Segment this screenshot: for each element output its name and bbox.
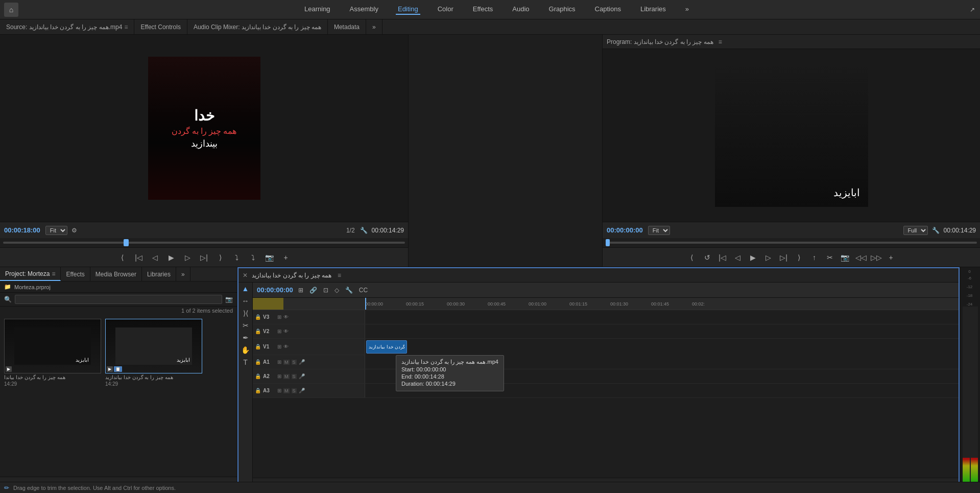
media-thumb-1[interactable]: ابایزید ▶ (4, 319, 101, 373)
program-step-fwd[interactable]: ▷| (779, 253, 789, 262)
source-mark-out[interactable]: ⟩ (216, 253, 226, 262)
export-icon[interactable]: ↗ (969, 6, 976, 13)
source-insert[interactable]: ⤵ (232, 253, 242, 262)
menu-audio[interactable]: Audio (510, 4, 531, 15)
program-extract[interactable]: ✂ (825, 253, 835, 262)
source-settings-icon[interactable]: ⚙ (70, 227, 78, 234)
track-a1-settings[interactable]: ⊞ (277, 359, 281, 365)
program-prev-frame[interactable]: ◁ (733, 253, 743, 262)
program-scrubber-head[interactable] (606, 239, 610, 246)
source-current-time[interactable]: 00:00:18:00 (4, 226, 40, 234)
timeline-linked[interactable]: 🔗 (308, 287, 318, 294)
source-tabs-more[interactable]: » (366, 19, 383, 34)
menu-graphics[interactable]: Graphics (547, 4, 578, 15)
timeline-current-time[interactable]: 00:00:00:00 (257, 286, 293, 294)
home-icon[interactable]: ⌂ (4, 3, 18, 17)
track-v2-eye[interactable]: 👁 (283, 328, 289, 334)
source-overwrite[interactable]: ⤵ (248, 253, 258, 262)
list-item[interactable]: ابایزید ▶ همه چیز را به گردن خدا بیاندا … (4, 319, 101, 473)
program-monitor-menu[interactable]: ≡ (719, 38, 722, 45)
source-tab-menu[interactable]: ≡ (124, 24, 128, 31)
program-add[interactable]: + (886, 253, 896, 262)
track-v1-content[interactable]: همه همه چیز را به گردن خدا بیاندازید.mp4… (365, 339, 959, 355)
metadata-tab[interactable]: Metadata (328, 19, 366, 34)
source-wrench-icon[interactable]: 🔧 (359, 227, 369, 234)
track-v2-settings[interactable]: ⊞ (277, 328, 281, 334)
program-wrench-icon[interactable]: 🔧 (931, 227, 941, 234)
source-mark-in[interactable]: ⟨ (117, 253, 128, 262)
timeline-markers[interactable]: ⊡ (322, 287, 329, 294)
timeline-snap[interactable]: ⊞ (297, 287, 304, 294)
timeline-marker-add[interactable]: ◇ (333, 287, 340, 294)
timeline-captions[interactable]: CC (358, 287, 369, 294)
menu-editing[interactable]: Editing (396, 4, 420, 15)
source-add[interactable]: + (281, 253, 291, 262)
audio-clip-mixer-tab[interactable]: Audio Clip Mixer: همه چیز را به گردن خدا… (187, 19, 328, 34)
tool-pen[interactable]: ✒ (241, 334, 251, 342)
timeline-menu-icon[interactable]: ≡ (338, 272, 341, 279)
program-camera[interactable]: 📷 (840, 253, 850, 262)
source-scrubber[interactable] (0, 238, 408, 247)
tool-text[interactable]: T (241, 358, 251, 366)
program-loop[interactable]: ↺ (702, 253, 712, 262)
program-video-area[interactable]: ابایزید (603, 49, 980, 222)
track-v3-lock[interactable]: 🔒 (255, 314, 261, 320)
effect-controls-tab[interactable]: Effect Controls (134, 19, 187, 34)
program-trim-fwd[interactable]: ▷▷ (871, 253, 881, 262)
source-step-back[interactable]: |◁ (134, 253, 144, 262)
source-prev-frame[interactable]: ◁ (150, 253, 160, 262)
menu-color[interactable]: Color (436, 4, 456, 15)
track-v3-eye[interactable]: 👁 (283, 314, 289, 320)
project-panel-menu-icon[interactable]: ≡ (52, 270, 55, 277)
track-a3-mic[interactable]: 🎤 (299, 388, 305, 393)
source-next-frame[interactable]: ▷ (183, 253, 193, 262)
media-thumb-2[interactable]: ابایزید ▶ 📋 (105, 319, 202, 373)
source-tab[interactable]: Source: همه چیز را به گردن خدا بیاندازید… (0, 19, 134, 34)
program-next-frame[interactable]: ▷ (763, 253, 774, 262)
program-step-back[interactable]: |◁ (718, 253, 728, 262)
track-a2-mic[interactable]: 🎤 (299, 373, 305, 379)
track-v1-eye[interactable]: 👁 (283, 344, 289, 349)
list-item[interactable]: ابایزید ▶ 📋 همه چیز را به گردن خدا بیاند… (105, 319, 202, 473)
timeline-settings[interactable]: 🔧 (344, 287, 354, 294)
track-a2-m[interactable]: M (283, 374, 290, 379)
track-v1-clip[interactable]: همه همه چیز را به گردن خدا بیاندازید.mp4 (366, 340, 407, 354)
project-tabs-more[interactable]: » (176, 267, 190, 281)
source-scrubber-track[interactable] (3, 242, 405, 244)
search-input[interactable] (15, 295, 222, 304)
track-a3-lock[interactable]: 🔒 (255, 388, 261, 393)
track-a1-lock[interactable]: 🔒 (255, 359, 261, 365)
program-scrubber[interactable] (603, 238, 980, 247)
program-current-time[interactable]: 00:00:00:00 (607, 226, 643, 234)
tool-selection[interactable]: ▲ (241, 285, 251, 293)
program-mark-out[interactable]: ⟩ (794, 253, 804, 262)
program-fit-dropdown[interactable]: Fit (648, 226, 670, 235)
track-v2-lock[interactable]: 🔒 (255, 328, 261, 334)
track-a2-s[interactable]: S (292, 374, 297, 379)
track-v3-content[interactable] (365, 310, 959, 324)
menu-assembly[interactable]: Assembly (348, 4, 380, 15)
menu-libraries[interactable]: Libraries (638, 4, 668, 15)
track-v1-lock[interactable]: 🔒 (255, 344, 261, 349)
track-a2-settings[interactable]: ⊞ (277, 373, 281, 379)
menu-learning[interactable]: Learning (302, 4, 332, 15)
tab-media-browser[interactable]: Media Browser (90, 267, 142, 281)
tab-effects[interactable]: Effects (61, 267, 90, 281)
track-v3-settings[interactable]: ⊞ (277, 314, 281, 320)
track-a1-s[interactable]: S (292, 360, 297, 365)
source-fit-dropdown[interactable]: Fit (45, 226, 67, 235)
menu-effects[interactable]: Effects (471, 4, 495, 15)
track-a1-m[interactable]: M (283, 360, 290, 365)
track-a1-mic[interactable]: 🎤 (299, 359, 305, 365)
source-play[interactable]: ▶ (166, 253, 177, 262)
source-step-fwd[interactable]: ▷| (199, 253, 209, 262)
source-video-area[interactable]: خدا همه چیز را به گردن بیندازید (0, 35, 408, 222)
timeline-playhead[interactable] (365, 298, 366, 310)
program-play[interactable]: ▶ (748, 253, 758, 262)
track-a3-s[interactable]: S (292, 388, 297, 393)
source-zoom-ratio[interactable]: 1/2 (345, 227, 356, 234)
tool-ripple[interactable]: ⟩⟨ (241, 309, 251, 317)
program-lift[interactable]: ↑ (809, 253, 820, 262)
program-mark-in[interactable]: ⟨ (687, 253, 697, 262)
source-scrubber-head[interactable] (124, 239, 129, 246)
